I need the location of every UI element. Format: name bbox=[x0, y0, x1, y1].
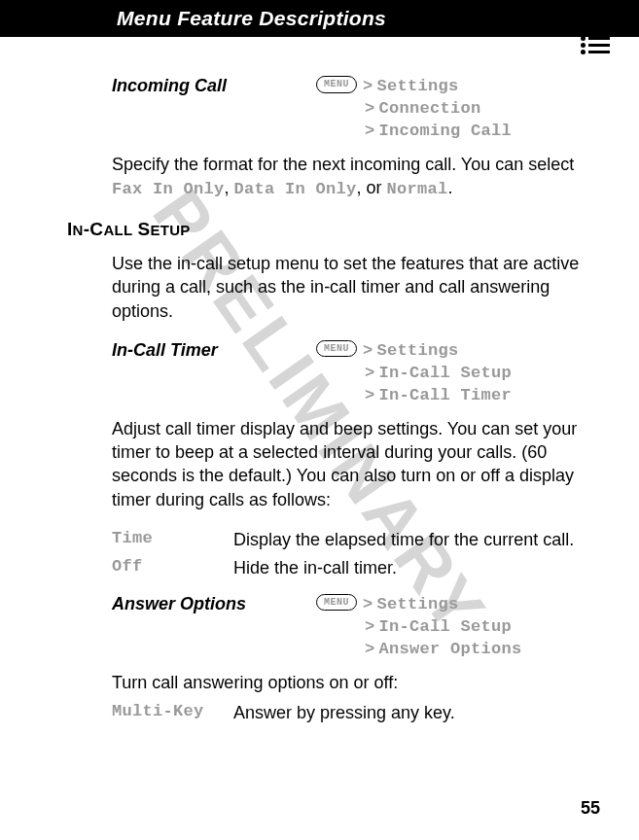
text: , or bbox=[357, 178, 387, 197]
option-label: Off bbox=[112, 557, 233, 579]
option-description: Answer by pressing any key. bbox=[233, 702, 586, 724]
feature-in-call-timer: In-Call Timer MENU>Settings >In-Call Set… bbox=[112, 340, 586, 407]
feature-description: Specify the format for the next incoming… bbox=[112, 153, 586, 201]
path-segment: Answer Options bbox=[379, 640, 522, 658]
feature-title: Incoming Call bbox=[112, 76, 316, 96]
option-description: Hide the in-call timer. bbox=[233, 557, 586, 579]
page-number: 55 bbox=[581, 798, 600, 819]
feature-title: In-Call Timer bbox=[112, 340, 316, 361]
option-label: Time bbox=[112, 529, 233, 551]
feature-description: Turn call answering options on or off: bbox=[112, 671, 586, 694]
path-segment: Settings bbox=[377, 341, 459, 360]
menu-path: MENU>Settings >In-Call Setup >In-Call Ti… bbox=[316, 340, 512, 407]
path-segment: Settings bbox=[377, 595, 459, 613]
text: Specify the format for the next incoming… bbox=[112, 155, 574, 174]
path-segment: Connection bbox=[379, 99, 481, 118]
header-title: Menu Feature Descriptions bbox=[117, 7, 386, 29]
text: , bbox=[225, 178, 234, 197]
feature-answer-options: Answer Options MENU>Settings >In-Call Se… bbox=[112, 594, 586, 661]
option-row-time: Time Display the elapsed time for the cu… bbox=[112, 529, 586, 551]
section-intro: Use the in-call setup menu to set the fe… bbox=[112, 252, 586, 323]
page-header: Menu Feature Descriptions bbox=[0, 0, 639, 37]
page-content: Incoming Call MENU>Settings >Connection … bbox=[0, 37, 639, 724]
option-row-multikey: Multi-Key Answer by pressing any key. bbox=[112, 702, 586, 724]
section-heading: IN-CALL SETUP bbox=[67, 219, 586, 240]
menu-path: MENU>Settings >Connection >Incoming Call bbox=[316, 76, 512, 143]
option-inline: Data In Only bbox=[234, 180, 357, 198]
feature-description: Adjust call timer display and beep setti… bbox=[112, 417, 586, 511]
text: . bbox=[448, 178, 453, 197]
menu-button-icon: MENU bbox=[316, 76, 357, 93]
option-row-off: Off Hide the in-call timer. bbox=[112, 557, 586, 579]
menu-path: MENU>Settings >In-Call Setup >Answer Opt… bbox=[316, 594, 522, 661]
path-segment: In-Call Setup bbox=[379, 364, 513, 382]
option-label: Multi-Key bbox=[112, 702, 233, 724]
path-segment: In-Call Setup bbox=[379, 617, 513, 636]
path-segment: Settings bbox=[377, 77, 459, 95]
feature-title: Answer Options bbox=[112, 594, 316, 614]
path-segment: Incoming Call bbox=[379, 122, 513, 140]
menu-button-icon: MENU bbox=[316, 340, 357, 358]
menu-button-icon: MENU bbox=[316, 594, 357, 612]
option-description: Display the elapsed time for the current… bbox=[233, 529, 586, 551]
option-inline: Fax In Only bbox=[112, 180, 225, 198]
option-inline: Normal bbox=[387, 180, 448, 198]
feature-incoming-call: Incoming Call MENU>Settings >Connection … bbox=[112, 76, 586, 143]
path-segment: In-Call Timer bbox=[379, 386, 513, 404]
